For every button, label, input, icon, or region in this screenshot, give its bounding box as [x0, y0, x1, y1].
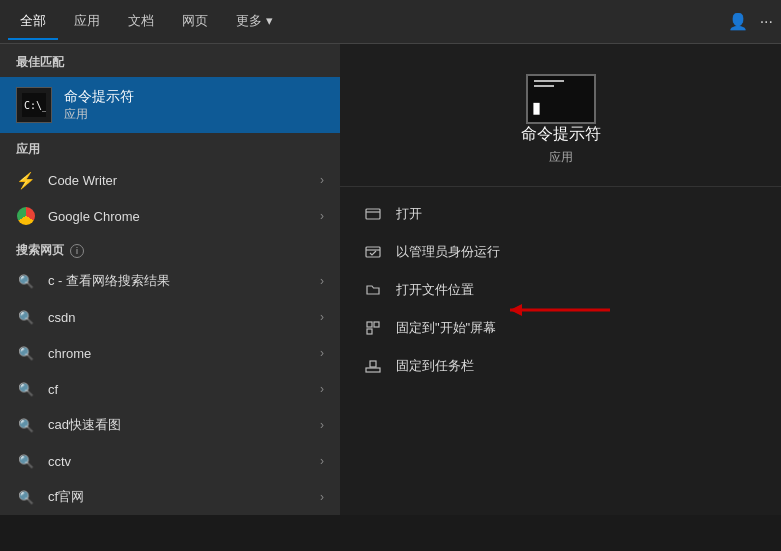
svg-rect-7	[366, 368, 380, 372]
tab-web[interactable]: 网页	[170, 4, 220, 40]
action-open-location[interactable]: 打开文件位置	[340, 271, 781, 309]
search-item-c[interactable]: 🔍 c - 查看网络搜索结果 ›	[0, 263, 340, 299]
tab-all[interactable]: 全部	[8, 4, 58, 40]
chevron-icon-s4: ›	[320, 382, 324, 396]
search-icon-3: 🔍	[16, 343, 36, 363]
codewriter-app-icon: ⚡	[16, 170, 36, 190]
svg-text:C:\_: C:\_	[24, 100, 46, 112]
right-panel: 命令提示符 应用 打开	[340, 44, 781, 515]
folder-icon	[364, 281, 382, 299]
svg-rect-3	[366, 247, 380, 257]
pin-start-icon	[364, 319, 382, 337]
chrome-app-icon	[16, 206, 36, 226]
best-match-text: 命令提示符 应用	[64, 88, 134, 123]
chevron-right-icon-2: ›	[320, 209, 324, 223]
search-icon-4: 🔍	[16, 379, 36, 399]
action-pin-start[interactable]: 固定到"开始"屏幕	[340, 309, 781, 347]
search-item-cfgw[interactable]: 🔍 cf官网 ›	[0, 479, 340, 515]
pin-taskbar-icon	[364, 357, 382, 375]
best-match-item[interactable]: C:\_ 命令提示符 应用	[0, 77, 340, 133]
svg-rect-2	[366, 209, 380, 219]
search-item-cad[interactable]: 🔍 cad快速看图 ›	[0, 407, 340, 443]
admin-icon	[364, 243, 382, 261]
terminal-preview-icon	[526, 74, 596, 124]
svg-rect-8	[370, 361, 376, 367]
chevron-icon-s6: ›	[320, 454, 324, 468]
preview-app-name: 命令提示符	[521, 124, 601, 145]
app-preview: 命令提示符 应用	[340, 44, 781, 187]
search-item-c-label: c - 查看网络搜索结果	[48, 272, 320, 290]
app-item-codewriter[interactable]: ⚡ Code Writer ›	[0, 162, 340, 198]
chevron-icon-s3: ›	[320, 346, 324, 360]
search-item-cctv-label: cctv	[48, 454, 320, 469]
left-panel: 最佳匹配 C:\_ 命令提示符 应用 应用 ⚡ Co	[0, 44, 340, 515]
action-open[interactable]: 打开	[340, 195, 781, 233]
chevron-icon-s2: ›	[320, 310, 324, 324]
more-options-icon[interactable]: ···	[760, 13, 773, 31]
action-admin-label: 以管理员身份运行	[396, 243, 500, 261]
info-icon: i	[70, 244, 84, 258]
search-icon-6: 🔍	[16, 451, 36, 471]
top-navigation-bar: 全部 应用 文档 网页 更多 ▾ 👤 ···	[0, 0, 781, 44]
search-icon-7: 🔍	[16, 487, 36, 507]
action-location-label: 打开文件位置	[396, 281, 474, 299]
chrome-label: Google Chrome	[48, 209, 320, 224]
search-icon-5: 🔍	[16, 415, 36, 435]
action-pin-taskbar-label: 固定到任务栏	[396, 357, 474, 375]
search-item-cad-label: cad快速看图	[48, 416, 320, 434]
tab-docs[interactable]: 文档	[116, 4, 166, 40]
action-run-as-admin[interactable]: 以管理员身份运行	[340, 233, 781, 271]
action-pin-start-label: 固定到"开始"屏幕	[396, 319, 496, 337]
open-icon	[364, 205, 382, 223]
best-match-label: 最佳匹配	[0, 44, 340, 77]
search-item-chrome[interactable]: 🔍 chrome ›	[0, 335, 340, 371]
tab-more[interactable]: 更多 ▾	[224, 4, 285, 40]
actions-list: 打开 以管理员身份运行	[340, 187, 781, 393]
svg-rect-4	[367, 322, 372, 327]
chevron-icon-s5: ›	[320, 418, 324, 432]
search-item-chrome-label: chrome	[48, 346, 320, 361]
chevron-right-icon: ›	[320, 173, 324, 187]
chevron-icon-s7: ›	[320, 490, 324, 504]
svg-rect-5	[374, 322, 379, 327]
search-item-cctv[interactable]: 🔍 cctv ›	[0, 443, 340, 479]
topbar-right-icons: 👤 ···	[728, 12, 773, 31]
search-item-cf[interactable]: 🔍 cf ›	[0, 371, 340, 407]
tab-apps[interactable]: 应用	[62, 4, 112, 40]
search-icon-2: 🔍	[16, 307, 36, 327]
person-icon[interactable]: 👤	[728, 12, 748, 31]
preview-app-type: 应用	[549, 149, 573, 166]
search-item-csdn-label: csdn	[48, 310, 320, 325]
main-content: 最佳匹配 C:\_ 命令提示符 应用 应用 ⚡ Co	[0, 44, 781, 515]
search-item-cf-label: cf	[48, 382, 320, 397]
svg-rect-6	[367, 329, 372, 334]
search-item-csdn[interactable]: 🔍 csdn ›	[0, 299, 340, 335]
cmd-icon: C:\_	[16, 87, 52, 123]
chevron-icon-s1: ›	[320, 274, 324, 288]
codewriter-label: Code Writer	[48, 173, 320, 188]
apps-section-label: 应用	[0, 133, 340, 162]
search-web-section-label: 搜索网页 i	[0, 234, 340, 263]
action-pin-taskbar[interactable]: 固定到任务栏	[340, 347, 781, 385]
best-match-type: 应用	[64, 106, 134, 123]
search-item-cfgw-label: cf官网	[48, 488, 320, 506]
app-item-chrome[interactable]: Google Chrome ›	[0, 198, 340, 234]
action-open-label: 打开	[396, 205, 422, 223]
best-match-name: 命令提示符	[64, 88, 134, 106]
search-icon-1: 🔍	[16, 271, 36, 291]
